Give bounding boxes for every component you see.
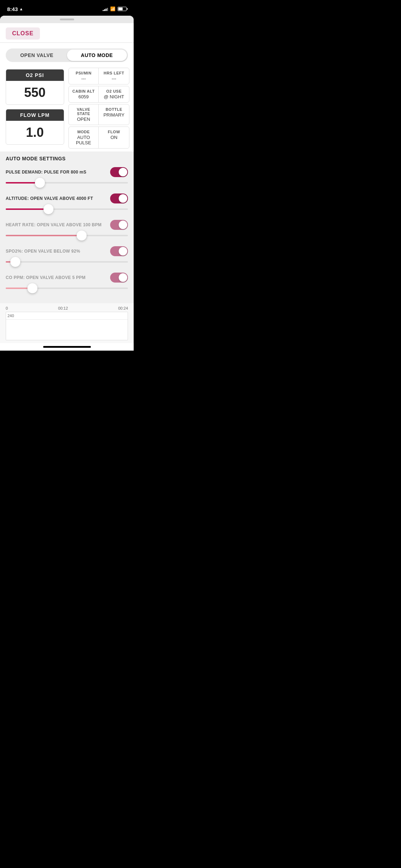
chart-y-label: 240 — [7, 314, 14, 318]
hrs-left-value: --- — [101, 76, 127, 81]
co-ppm-label: CO PPM: OPEN VALVE ABOVE 5 PPM — [6, 275, 86, 280]
flow-lpm-value: 1.0 — [6, 121, 64, 144]
altitude-row: ALTITUDE: OPEN VALVE ABOVE 4000 FT — [6, 193, 128, 213]
close-button[interactable]: CLOSE — [6, 27, 40, 40]
o2-psi-value: 550 — [6, 81, 64, 104]
auto-settings-section: AUTO MODE SETTINGS PULSE DEMAND: PULSE F… — [0, 151, 134, 303]
chart-horizontal-line — [6, 319, 128, 320]
altitude-toggle[interactable] — [110, 193, 128, 203]
home-bar — [43, 346, 91, 348]
status-icons: 📶 — [103, 6, 127, 11]
psi-min-cell: PSI/MIN --- — [69, 68, 99, 84]
chart-label-0: 0 — [6, 306, 8, 310]
o2-use-cell: O2 USE @ NIGHT — [99, 86, 129, 102]
spo2-toggle[interactable] — [110, 246, 128, 256]
close-row: CLOSE — [0, 23, 134, 42]
pulse-demand-label: PULSE DEMAND: PULSE FOR 800 mS — [6, 170, 86, 175]
spo2-row: SPO2%: OPEN VALVE BELOW 92% — [6, 246, 128, 265]
stats-row-4: MODE AUTO PULSE FLOW ON — [68, 126, 130, 149]
chart-label-12: 00:12 — [58, 306, 68, 310]
location-icon: ▲ — [19, 7, 23, 11]
co-ppm-toggle[interactable] — [110, 273, 128, 283]
segment-control: OPEN VALVE AUTO MODE — [6, 48, 128, 62]
segment-auto-mode[interactable]: AUTO MODE — [67, 50, 127, 61]
bottle-label: BOTTLE — [101, 107, 127, 112]
cabin-alt-label: CABIN ALT — [71, 89, 97, 93]
heart-rate-slider[interactable] — [6, 232, 128, 239]
altitude-header: ALTITUDE: OPEN VALVE ABOVE 4000 FT — [6, 193, 128, 203]
valve-state-label: VALVE STATE — [71, 107, 97, 116]
co-ppm-slider[interactable] — [6, 285, 128, 292]
section-title: AUTO MODE SETTINGS — [6, 156, 128, 161]
status-time: 8:43 ▲ — [7, 6, 23, 12]
heart-rate-toggle[interactable] — [110, 220, 128, 230]
cabin-alt-value: 6059 — [71, 94, 97, 99]
spo2-header: SPO2%: OPEN VALVE BELOW 92% — [6, 246, 128, 256]
heart-rate-row: HEART RATE: OPEN VALVE ABOVE 100 BPM — [6, 220, 128, 239]
hrs-left-cell: HRS LEFT --- — [99, 68, 129, 84]
flow-value: ON — [101, 135, 127, 140]
main-sheet: CLOSE OPEN VALVE AUTO MODE O2 PSI 550 FL… — [0, 16, 134, 351]
co-ppm-header: CO PPM: OPEN VALVE ABOVE 5 PPM — [6, 273, 128, 283]
o2-use-label: O2 USE — [101, 89, 127, 93]
stats-row-2: CABIN ALT 6059 O2 USE @ NIGHT — [68, 86, 130, 103]
o2-psi-box: O2 PSI 550 — [6, 69, 64, 105]
stats-row-1: PSI/MIN --- HRS LEFT --- — [68, 68, 130, 84]
status-bar: 8:43 ▲ 📶 — [0, 0, 134, 16]
sheet-handle-area — [0, 16, 134, 23]
flow-lpm-label: FLOW LPM — [6, 109, 64, 121]
mode-cell: MODE AUTO PULSE — [69, 127, 99, 148]
mode-value: AUTO PULSE — [71, 135, 97, 145]
co-ppm-row: CO PPM: OPEN VALVE ABOVE 5 PPM — [6, 273, 128, 292]
flow-lpm-box: FLOW LPM 1.0 — [6, 109, 64, 145]
spo2-slider[interactable] — [6, 258, 128, 265]
pulse-demand-toggle[interactable] — [110, 167, 128, 177]
sheet-handle — [60, 19, 74, 20]
signal-icon — [103, 7, 108, 11]
chart-x-labels: 0 00:12 00:24 — [6, 306, 128, 310]
home-indicator — [0, 343, 134, 351]
o2-use-subtext: @ NIGHT — [101, 94, 127, 99]
mode-label: MODE — [71, 130, 97, 134]
valve-state-cell: VALVE STATE OPEN — [69, 104, 99, 125]
wifi-icon: 📶 — [110, 6, 115, 11]
pulse-demand-row: PULSE DEMAND: PULSE FOR 800 mS — [6, 167, 128, 186]
bottle-cell: BOTTLE PRIMARY — [99, 104, 129, 125]
bottle-value: PRIMARY — [101, 112, 127, 118]
altitude-slider[interactable] — [6, 206, 128, 213]
left-metrics: O2 PSI 550 FLOW LPM 1.0 — [4, 68, 66, 149]
pulse-demand-header: PULSE DEMAND: PULSE FOR 800 mS — [6, 167, 128, 177]
spo2-label: SPO2%: OPEN VALVE BELOW 92% — [6, 249, 80, 254]
heart-rate-header: HEART RATE: OPEN VALVE ABOVE 100 BPM — [6, 220, 128, 230]
psi-min-label: PSI/MIN — [71, 71, 97, 75]
flow-label: FLOW — [101, 130, 127, 134]
battery-icon — [118, 7, 127, 11]
heart-rate-label: HEART RATE: OPEN VALVE ABOVE 100 BPM — [6, 222, 102, 227]
valve-state-value: OPEN — [71, 117, 97, 122]
cabin-alt-cell: CABIN ALT 6059 — [69, 86, 99, 102]
top-data-grid: O2 PSI 550 FLOW LPM 1.0 PSI/MIN --- HRS … — [3, 66, 131, 150]
stats-row-3: VALVE STATE OPEN BOTTLE PRIMARY — [68, 104, 130, 125]
chart-box: 240 — [6, 312, 128, 340]
o2-psi-label: O2 PSI — [6, 69, 64, 81]
right-stats: PSI/MIN --- HRS LEFT --- CABIN ALT 6059 … — [68, 68, 130, 149]
chart-label-24: 00:24 — [118, 306, 128, 310]
divider-1 — [0, 42, 134, 43]
hrs-left-label: HRS LEFT — [101, 71, 127, 75]
psi-min-value: --- — [71, 76, 97, 81]
flow-cell: FLOW ON — [99, 127, 129, 148]
segment-open-valve[interactable]: OPEN VALVE — [7, 50, 67, 61]
chart-area: 0 00:12 00:24 240 — [0, 303, 134, 343]
altitude-label: ALTITUDE: OPEN VALVE ABOVE 4000 FT — [6, 196, 93, 201]
pulse-demand-slider[interactable] — [6, 179, 128, 186]
